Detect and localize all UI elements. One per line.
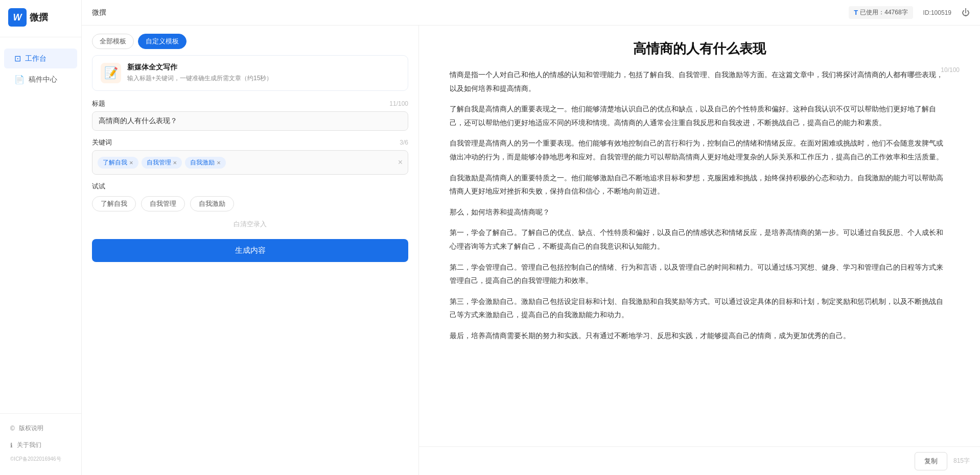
sidebar-nav: ⊡ 工作台 📄 稿件中心 (0, 37, 81, 413)
article-body: 情商是指一个人对自己和他人的情感的认知和管理能力，包括了解自我、自我管理、自我激… (419, 63, 980, 475)
keyword-tag-2-remove[interactable]: × (173, 159, 177, 167)
logo-w-icon: W (8, 8, 27, 27)
usage-label: 已使用：44768字 (860, 8, 907, 17)
title-counter: 11/100 (389, 100, 408, 107)
content-area: ◀ 全部模板 自定义模板 📝 新媒体全文写作 输入标题+关键词，一键准确生成所需… (82, 26, 980, 475)
article-paragraph-3: 自我管理是高情商人的另一个重要表现。他们能够有效地控制自己的言行和行为，控制自己… (450, 136, 949, 163)
sidebar-item-drafts-label: 稿件中心 (29, 75, 57, 84)
template-tabs: 全部模板 自定义模板 (82, 26, 418, 55)
topbar-title: 微撰 (92, 8, 106, 17)
keyword-input-box[interactable]: 了解自我 × 自我管理 × 自我激励 × × (92, 150, 408, 175)
keyword-tag-1: 了解自我 × (98, 157, 138, 169)
keyword-clear-button[interactable]: × (398, 158, 403, 167)
keyword-tag-3: 自我激励 × (185, 157, 226, 169)
generate-button[interactable]: 生成内容 (92, 239, 408, 262)
article-paragraph-4: 自我激励是高情商人的重要特质之一。他们能够激励自己不断地追求目标和梦想，克服困难… (450, 171, 949, 198)
keyword-tag-2-text: 自我管理 (147, 158, 171, 167)
power-icon[interactable]: ⏻ (962, 8, 970, 17)
suggest-section: 试试 了解自我 自我管理 自我激励 (82, 175, 418, 211)
about-label: 关于我们 (17, 441, 41, 449)
sidebar-item-workspace-label: 工作台 (25, 54, 46, 63)
suggest-tags: 了解自我 自我管理 自我激励 (92, 196, 408, 211)
logo: W 微撰 (0, 0, 81, 37)
id-badge: ID:100519 (923, 9, 951, 16)
title-label-row: 标题 11/100 (92, 99, 408, 108)
article-paragraph-6: 第一，学会了解自己。了解自己的优点、缺点、个性特质和偏好，以及自己的情感状态和情… (450, 226, 949, 253)
template-card-info: 新媒体全文写作 输入标题+关键词，一键准确生成所需文章（约15秒） (127, 63, 400, 83)
article-paragraph-2: 了解自我是高情商人的重要表现之一。他们能够清楚地认识自己的优点和缺点，以及自己的… (450, 102, 949, 129)
word-count: 815字 (953, 457, 970, 465)
article-paragraph-7: 第二，学会管理自己。管理自己包括控制自己的情绪、行为和言语，以及管理自己的时间和… (450, 260, 949, 288)
title-section: 标题 11/100 (82, 99, 418, 131)
article-paragraph-1: 情商是指一个人对自己和他人的情感的认知和管理能力，包括了解自我、自我管理、自我激… (450, 68, 949, 95)
article-paragraph-9: 最后，培养高情商需要长期的努力和实践。只有通过不断地学习、反思和实践，才能够提高… (450, 329, 949, 343)
tab-all-templates[interactable]: 全部模板 (92, 34, 134, 49)
drafts-icon: 📄 (14, 75, 25, 84)
keyword-tag-2: 自我管理 × (142, 157, 182, 169)
sidebar-item-workspace[interactable]: ⊡ 工作台 (4, 49, 77, 68)
article-header: 高情商的人有什么表现 (419, 26, 980, 63)
left-panel: ◀ 全部模板 自定义模板 📝 新媒体全文写作 输入标题+关键词，一键准确生成所需… (82, 26, 419, 475)
article-footer: 复制 815字 (419, 446, 980, 475)
topbar: 微撰 T 已使用：44768字 ID:100519 ⏻ (82, 0, 980, 26)
right-panel: 高情商的人有什么表现 10/100 情商是指一个人对自己和他人的情感的认知和管理… (419, 26, 980, 475)
suggest-label: 试试 (92, 182, 408, 191)
title-label: 标题 (92, 99, 105, 108)
usage-badge: T 已使用：44768字 (849, 6, 913, 19)
workspace-icon: ⊡ (14, 54, 21, 63)
clear-input-button[interactable]: 白清空录入 (82, 220, 418, 229)
article-title: 高情商的人有什么表现 (460, 40, 939, 58)
keyword-label-row: 关键词 3/6 (92, 138, 408, 147)
copyright-icon: © (10, 425, 15, 432)
sidebar-item-drafts[interactable]: 📄 稿件中心 (4, 69, 77, 89)
keyword-tag-3-remove[interactable]: × (217, 159, 221, 167)
article-paragraph-8: 第三，学会激励自己。激励自己包括设定目标和计划、自我激励和自我奖励等方式。可以通… (450, 295, 949, 322)
keyword-tag-1-remove[interactable]: × (129, 159, 133, 167)
keyword-tag-3-text: 自我激励 (190, 158, 215, 167)
template-card[interactable]: 📝 新媒体全文写作 输入标题+关键词，一键准确生成所需文章（约15秒） (92, 55, 408, 91)
icp-text: ©ICP备2022016946号 (0, 454, 81, 465)
suggest-tag-2[interactable]: 自我管理 (141, 196, 185, 211)
main-area: 微撰 T 已使用：44768字 ID:100519 ⏻ ◀ 全部模板 自定义模板… (82, 0, 980, 475)
article-paragraph-5: 那么，如何培养和提高情商呢？ (450, 205, 949, 219)
font-icon: T (854, 9, 858, 16)
sidebar: W 微撰 ⊡ 工作台 📄 稿件中心 © 版权说明 ℹ 关于我们 ©ICP备202… (0, 0, 82, 475)
article-counter: 10/100 (941, 66, 960, 74)
keyword-counter: 3/6 (400, 139, 408, 146)
about-icon: ℹ (10, 442, 13, 449)
title-input[interactable] (92, 111, 408, 131)
suggest-tag-3[interactable]: 自我激励 (190, 196, 234, 211)
copy-button[interactable]: 复制 (915, 452, 947, 470)
topbar-right: T 已使用：44768字 ID:100519 ⏻ (849, 6, 970, 19)
about-item[interactable]: ℹ 关于我们 (0, 437, 81, 454)
template-card-title: 新媒体全文写作 (127, 63, 400, 72)
tab-custom-templates[interactable]: 自定义模板 (138, 34, 186, 49)
sidebar-footer: © 版权说明 ℹ 关于我们 ©ICP备2022016946号 (0, 413, 81, 475)
suggest-tag-1[interactable]: 了解自我 (92, 196, 136, 211)
copyright-label: 版权说明 (19, 424, 43, 433)
keyword-section: 关键词 3/6 了解自我 × 自我管理 × 自我激励 × (82, 131, 418, 175)
keyword-label: 关键词 (92, 138, 112, 147)
template-card-icon: 📝 (101, 63, 121, 83)
template-card-desc: 输入标题+关键词，一键准确生成所需文章（约15秒） (127, 74, 400, 83)
copyright-item[interactable]: © 版权说明 (0, 420, 81, 437)
keyword-tag-1-text: 了解自我 (103, 158, 127, 167)
brand-name: 微撰 (30, 11, 48, 23)
